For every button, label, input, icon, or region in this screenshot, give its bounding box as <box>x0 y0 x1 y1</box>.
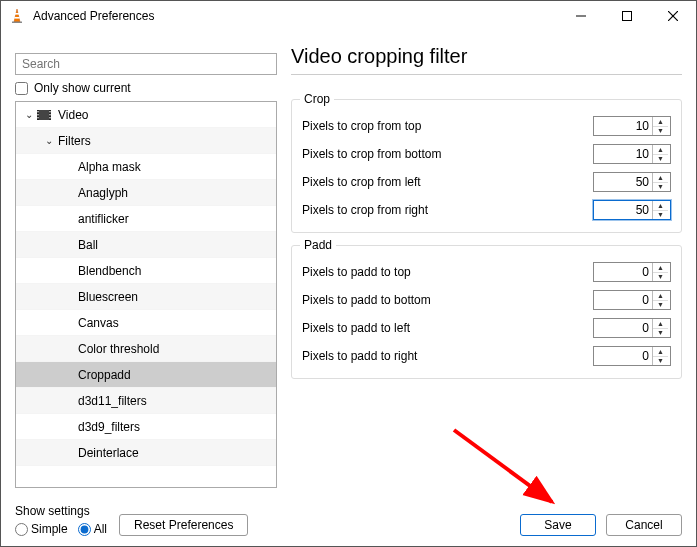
spin-down-icon[interactable]: ▼ <box>653 127 668 136</box>
svg-rect-13 <box>37 117 38 118</box>
spin-up-icon[interactable]: ▲ <box>653 347 668 357</box>
radio-simple[interactable]: Simple <box>15 522 68 536</box>
svg-rect-15 <box>49 114 50 115</box>
right-panel: Video cropping filter Crop Pixels to cro… <box>291 31 682 488</box>
tree-label: Blendbench <box>22 264 141 278</box>
spin-up-icon[interactable]: ▲ <box>653 173 668 183</box>
spin-up-icon[interactable]: ▲ <box>653 145 668 155</box>
spin-up-icon[interactable]: ▲ <box>653 117 668 127</box>
radio-simple-label: Simple <box>31 522 68 536</box>
crop-left-label: Pixels to crop from left <box>302 175 593 189</box>
reset-preferences-button[interactable]: Reset Preferences <box>119 514 248 536</box>
radio-all-label: All <box>94 522 107 536</box>
tree-item[interactable]: Bluescreen <box>16 284 276 310</box>
padd-top-input[interactable] <box>594 263 652 281</box>
tree-label: Canvas <box>22 316 119 330</box>
vlc-cone-icon <box>9 8 25 24</box>
only-show-current-label: Only show current <box>34 81 131 95</box>
crop-top-spinner[interactable]: ▲▼ <box>593 116 671 136</box>
crop-left-input[interactable] <box>594 173 652 191</box>
minimize-button[interactable] <box>558 1 604 31</box>
tree-item[interactable]: Blendbench <box>16 258 276 284</box>
svg-rect-12 <box>37 114 38 115</box>
padd-right-spinner[interactable]: ▲▼ <box>593 346 671 366</box>
svg-rect-16 <box>49 117 50 118</box>
tree-item-video[interactable]: ⌄ Video <box>16 102 276 128</box>
save-button[interactable]: Save <box>520 514 596 536</box>
radio-all[interactable]: All <box>78 522 107 536</box>
spin-up-icon[interactable]: ▲ <box>653 201 668 211</box>
tree-item[interactable]: Ball <box>16 232 276 258</box>
svg-rect-14 <box>49 111 50 112</box>
tree-label: Color threshold <box>22 342 159 356</box>
tree-item[interactable]: Anaglyph <box>16 180 276 206</box>
spin-down-icon[interactable]: ▼ <box>653 211 668 220</box>
tree-item[interactable]: Color threshold <box>16 336 276 362</box>
padd-right-label: Pixels to padd to right <box>302 349 593 363</box>
padd-bottom-label: Pixels to padd to bottom <box>302 293 593 307</box>
padd-right-input[interactable] <box>594 347 652 365</box>
svg-rect-1 <box>15 13 19 15</box>
crop-top-input[interactable] <box>594 117 652 135</box>
padd-left-spinner[interactable]: ▲▼ <box>593 318 671 338</box>
spin-down-icon[interactable]: ▼ <box>653 183 668 192</box>
left-panel: Only show current ⌄ Video ⌄ Filters Alph… <box>15 31 277 488</box>
tree-label: Filters <box>56 134 91 148</box>
crop-right-spinner[interactable]: ▲▼ <box>593 200 671 220</box>
chevron-down-icon[interactable]: ⌄ <box>42 135 56 146</box>
tree-label: Anaglyph <box>22 186 128 200</box>
tree-label: antiflicker <box>22 212 129 226</box>
svg-rect-8 <box>37 110 51 120</box>
crop-group: Crop Pixels to crop from top ▲▼ Pixels t… <box>291 99 682 233</box>
cancel-button[interactable]: Cancel <box>606 514 682 536</box>
tree-item[interactable]: Alpha mask <box>16 154 276 180</box>
crop-right-input[interactable] <box>594 201 652 219</box>
tree-item-croppadd[interactable]: Croppadd <box>16 362 276 388</box>
bottom-bar: Show settings Simple All Reset Preferenc… <box>1 488 696 546</box>
tree-item[interactable]: Deinterlace <box>16 440 276 466</box>
crop-bottom-label: Pixels to crop from bottom <box>302 147 593 161</box>
tree-label: Deinterlace <box>22 446 139 460</box>
crop-bottom-spinner[interactable]: ▲▼ <box>593 144 671 164</box>
spin-down-icon[interactable]: ▼ <box>653 357 668 366</box>
window-title: Advanced Preferences <box>33 9 154 23</box>
svg-rect-3 <box>12 22 22 24</box>
tree-label: Alpha mask <box>22 160 141 174</box>
show-settings-label: Show settings <box>15 504 107 518</box>
preferences-tree[interactable]: ⌄ Video ⌄ Filters Alpha mask Anaglyph an… <box>15 101 277 488</box>
close-button[interactable] <box>650 1 696 31</box>
spin-down-icon[interactable]: ▼ <box>653 301 668 310</box>
title-bar: Advanced Preferences <box>1 1 696 31</box>
tree-item[interactable]: d3d9_filters <box>16 414 276 440</box>
spin-up-icon[interactable]: ▲ <box>653 319 668 329</box>
maximize-button[interactable] <box>604 1 650 31</box>
spin-down-icon[interactable]: ▼ <box>653 273 668 282</box>
search-input[interactable] <box>15 53 277 75</box>
tree-item[interactable]: Canvas <box>16 310 276 336</box>
tree-label: d3d9_filters <box>22 420 140 434</box>
tree-item[interactable]: antiflicker <box>16 206 276 232</box>
spin-down-icon[interactable]: ▼ <box>653 155 668 164</box>
spin-up-icon[interactable]: ▲ <box>653 263 668 273</box>
only-show-current-checkbox[interactable] <box>15 82 28 95</box>
padd-top-spinner[interactable]: ▲▼ <box>593 262 671 282</box>
tree-label: Croppadd <box>22 368 131 382</box>
tree-label: Bluescreen <box>22 290 138 304</box>
padd-group: Padd Pixels to padd to top ▲▼ Pixels to … <box>291 245 682 379</box>
padd-legend: Padd <box>300 238 336 252</box>
svg-rect-2 <box>14 17 19 19</box>
spin-up-icon[interactable]: ▲ <box>653 291 668 301</box>
crop-top-label: Pixels to crop from top <box>302 119 593 133</box>
padd-bottom-spinner[interactable]: ▲▼ <box>593 290 671 310</box>
padd-left-label: Pixels to padd to left <box>302 321 593 335</box>
crop-legend: Crop <box>300 92 334 106</box>
crop-bottom-input[interactable] <box>594 145 652 163</box>
spin-down-icon[interactable]: ▼ <box>653 329 668 338</box>
tree-item[interactable]: d3d11_filters <box>16 388 276 414</box>
padd-left-input[interactable] <box>594 319 652 337</box>
padd-bottom-input[interactable] <box>594 291 652 309</box>
svg-rect-5 <box>623 12 632 21</box>
chevron-down-icon[interactable]: ⌄ <box>22 109 36 120</box>
crop-left-spinner[interactable]: ▲▼ <box>593 172 671 192</box>
tree-item-filters[interactable]: ⌄ Filters <box>16 128 276 154</box>
